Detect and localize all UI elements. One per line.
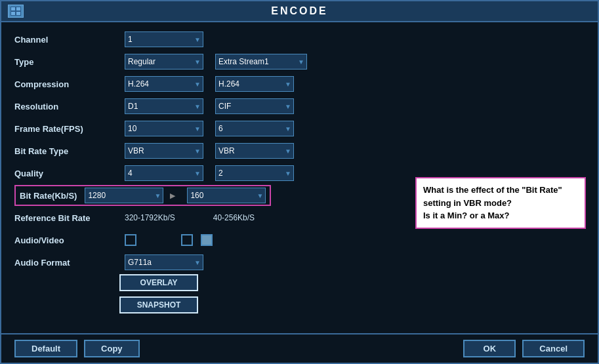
title-bar: ENCODE bbox=[1, 1, 598, 22]
bitrate-type-label: Bit Rate Type bbox=[14, 146, 119, 156]
default-button[interactable]: Default bbox=[14, 340, 77, 357]
bitrate-kbs-arrow: ▼ bbox=[154, 192, 161, 199]
framerate-arrow: ▼ bbox=[194, 125, 201, 132]
annotation-line3: Is it a Min? or a Max? bbox=[423, 211, 509, 220]
bitrate-type2-select[interactable]: VBR ▼ bbox=[215, 143, 294, 159]
quality-label: Quality bbox=[14, 169, 119, 178]
resolution-select[interactable]: D1 ▼ bbox=[125, 98, 203, 114]
overlay-button[interactable]: OVERLAY bbox=[119, 274, 198, 291]
bitrate-kbs2-select[interactable]: 160 ▼ bbox=[187, 188, 266, 203]
ref-bitrate-label: Reference Bit Rate bbox=[14, 213, 119, 223]
audio-format-row: Audio Format G711a ▼ bbox=[14, 252, 585, 273]
channel-arrow: ▼ bbox=[194, 36, 201, 43]
resolution-row: Resolution D1 ▼ CIF ▼ bbox=[14, 96, 585, 117]
resolution2-select[interactable]: CIF ▼ bbox=[215, 98, 294, 114]
bitrate-kbs-highlight: Bit Rate(Kb/S) 1280 ▼ ▶ 160 ▼ bbox=[14, 185, 271, 206]
framerate-label: Frame Rate(FPS) bbox=[14, 124, 119, 134]
compression-label: Compression bbox=[14, 79, 119, 89]
svg-rect-2 bbox=[16, 7, 20, 10]
svg-rect-1 bbox=[11, 7, 15, 10]
quality-arrow: ▼ bbox=[194, 170, 201, 177]
bitrate-kbs-label: Bit Rate(Kb/S) bbox=[20, 191, 77, 201]
ref-bitrate-value2: 40-256Kb/S bbox=[213, 213, 255, 222]
bitrate-type-select[interactable]: VBR ▼ bbox=[125, 143, 203, 159]
quality2-arrow: ▼ bbox=[285, 170, 291, 177]
audio-video-checkbox1[interactable] bbox=[125, 234, 136, 246]
cancel-button[interactable]: Cancel bbox=[522, 340, 585, 357]
compression2-arrow: ▼ bbox=[285, 81, 291, 88]
extra-stream-arrow: ▼ bbox=[298, 58, 304, 66]
audio-video-checkbox2[interactable] bbox=[181, 234, 193, 246]
bitrate-type2-arrow: ▼ bbox=[285, 148, 291, 155]
framerate2-select[interactable]: 6 ▼ bbox=[215, 121, 294, 136]
compression-arrow: ▼ bbox=[194, 81, 201, 88]
type-label: Type bbox=[14, 57, 119, 67]
resolution2-arrow: ▼ bbox=[285, 103, 291, 110]
compression2-select[interactable]: H.264 ▼ bbox=[215, 76, 294, 92]
resolution-label: Resolution bbox=[14, 102, 119, 111]
footer-left: Default Copy bbox=[14, 340, 140, 357]
audio-format-select[interactable]: G711a ▼ bbox=[125, 254, 203, 270]
compression-row: Compression H.264 ▼ H.264 ▼ bbox=[14, 73, 585, 94]
type-arrow: ▼ bbox=[194, 58, 201, 66]
framerate-row: Frame Rate(FPS) 10 ▼ 6 ▼ bbox=[14, 118, 585, 139]
svg-rect-4 bbox=[16, 12, 20, 15]
footer: Default Copy OK Cancel bbox=[1, 333, 598, 363]
bitrate-type-row: Bit Rate Type VBR ▼ VBR ▼ bbox=[14, 140, 585, 161]
bitrate-type-arrow: ▼ bbox=[194, 148, 201, 155]
overlay-snapshot-row: OVERLAY SNAPSHOT bbox=[119, 274, 585, 316]
snapshot-button[interactable]: SNAPSHOT bbox=[119, 296, 198, 313]
window-icon bbox=[8, 5, 24, 18]
window-title: ENCODE bbox=[271, 5, 327, 17]
audio-format-arrow: ▼ bbox=[194, 259, 201, 266]
copy-button[interactable]: Copy bbox=[84, 340, 140, 357]
svg-rect-3 bbox=[11, 12, 15, 15]
channel-row: Channel 1 ▼ bbox=[14, 29, 585, 50]
resolution-arrow: ▼ bbox=[194, 103, 201, 110]
audio-video-checkbox3[interactable] bbox=[201, 234, 213, 246]
framerate-select[interactable]: 10 ▼ bbox=[125, 121, 203, 136]
extra-stream-select[interactable]: Extra Stream1 ▼ bbox=[215, 54, 307, 70]
annotation-line2: setting in VBR mode? bbox=[423, 198, 512, 208]
bitrate-kbs2-arrow: ▼ bbox=[257, 192, 263, 199]
channel-label: Channel bbox=[14, 35, 119, 45]
type-select[interactable]: Regular ▼ bbox=[125, 54, 203, 70]
compression-select[interactable]: H.264 ▼ bbox=[125, 76, 203, 92]
ref-bitrate-value1: 320-1792Kb/S bbox=[125, 213, 175, 222]
audio-video-row: Audio/Video bbox=[14, 230, 585, 251]
annotation-box: What is the effect of the "Bit Rate" set… bbox=[415, 177, 586, 229]
quality2-select[interactable]: 2 ▼ bbox=[215, 165, 294, 181]
type-row: Type Regular ▼ Extra Stream1 ▼ bbox=[14, 51, 585, 72]
ok-button[interactable]: OK bbox=[463, 340, 516, 357]
footer-right: OK Cancel bbox=[463, 340, 585, 357]
annotation-line1: What is the effect of the "Bit Rate" bbox=[423, 185, 562, 195]
audio-video-label: Audio/Video bbox=[14, 235, 119, 245]
bitrate-kbs-select[interactable]: 1280 ▼ bbox=[85, 188, 163, 203]
channel-select[interactable]: 1 ▼ bbox=[125, 31, 203, 47]
quality-select[interactable]: 4 ▼ bbox=[125, 165, 203, 181]
framerate2-arrow: ▼ bbox=[285, 125, 291, 132]
audio-format-label: Audio Format bbox=[14, 258, 119, 268]
